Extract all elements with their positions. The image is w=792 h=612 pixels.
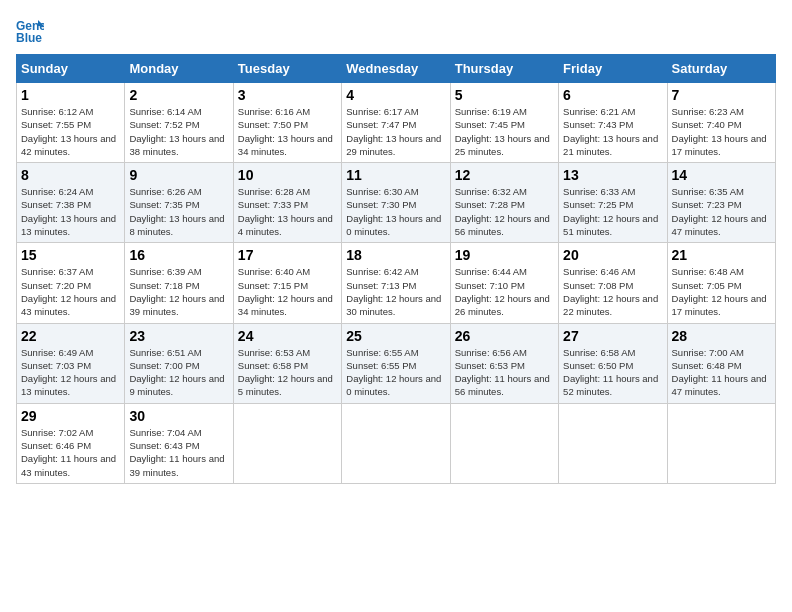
day-info: Sunrise: 7:00 AMSunset: 6:48 PMDaylight:… bbox=[672, 346, 771, 399]
day-number: 9 bbox=[129, 167, 228, 183]
table-row: 6 Sunrise: 6:21 AMSunset: 7:43 PMDayligh… bbox=[559, 83, 667, 163]
day-info: Sunrise: 7:02 AMSunset: 6:46 PMDaylight:… bbox=[21, 426, 120, 479]
day-number: 7 bbox=[672, 87, 771, 103]
table-row: 28 Sunrise: 7:00 AMSunset: 6:48 PMDaylig… bbox=[667, 323, 775, 403]
svg-text:Blue: Blue bbox=[16, 31, 42, 44]
day-number: 6 bbox=[563, 87, 662, 103]
col-header-sunday: Sunday bbox=[17, 55, 125, 83]
day-number: 19 bbox=[455, 247, 554, 263]
table-row: 24 Sunrise: 6:53 AMSunset: 6:58 PMDaylig… bbox=[233, 323, 341, 403]
table-row: 15 Sunrise: 6:37 AMSunset: 7:20 PMDaylig… bbox=[17, 243, 125, 323]
day-number: 28 bbox=[672, 328, 771, 344]
day-number: 8 bbox=[21, 167, 120, 183]
table-row bbox=[342, 403, 450, 483]
day-number: 2 bbox=[129, 87, 228, 103]
day-info: Sunrise: 6:35 AMSunset: 7:23 PMDaylight:… bbox=[672, 185, 771, 238]
day-info: Sunrise: 6:51 AMSunset: 7:00 PMDaylight:… bbox=[129, 346, 228, 399]
col-header-wednesday: Wednesday bbox=[342, 55, 450, 83]
table-row: 30 Sunrise: 7:04 AMSunset: 6:43 PMDaylig… bbox=[125, 403, 233, 483]
table-row: 13 Sunrise: 6:33 AMSunset: 7:25 PMDaylig… bbox=[559, 163, 667, 243]
table-row: 14 Sunrise: 6:35 AMSunset: 7:23 PMDaylig… bbox=[667, 163, 775, 243]
day-info: Sunrise: 6:17 AMSunset: 7:47 PMDaylight:… bbox=[346, 105, 445, 158]
table-row: 16 Sunrise: 6:39 AMSunset: 7:18 PMDaylig… bbox=[125, 243, 233, 323]
table-row: 18 Sunrise: 6:42 AMSunset: 7:13 PMDaylig… bbox=[342, 243, 450, 323]
day-info: Sunrise: 6:53 AMSunset: 6:58 PMDaylight:… bbox=[238, 346, 337, 399]
table-row: 20 Sunrise: 6:46 AMSunset: 7:08 PMDaylig… bbox=[559, 243, 667, 323]
logo: General Blue bbox=[16, 16, 48, 44]
day-number: 25 bbox=[346, 328, 445, 344]
table-row: 9 Sunrise: 6:26 AMSunset: 7:35 PMDayligh… bbox=[125, 163, 233, 243]
table-row: 1 Sunrise: 6:12 AMSunset: 7:55 PMDayligh… bbox=[17, 83, 125, 163]
day-number: 5 bbox=[455, 87, 554, 103]
day-number: 11 bbox=[346, 167, 445, 183]
col-header-saturday: Saturday bbox=[667, 55, 775, 83]
day-number: 14 bbox=[672, 167, 771, 183]
table-row: 23 Sunrise: 6:51 AMSunset: 7:00 PMDaylig… bbox=[125, 323, 233, 403]
table-row bbox=[559, 403, 667, 483]
table-row: 8 Sunrise: 6:24 AMSunset: 7:38 PMDayligh… bbox=[17, 163, 125, 243]
table-row: 3 Sunrise: 6:16 AMSunset: 7:50 PMDayligh… bbox=[233, 83, 341, 163]
day-info: Sunrise: 6:19 AMSunset: 7:45 PMDaylight:… bbox=[455, 105, 554, 158]
day-number: 20 bbox=[563, 247, 662, 263]
day-number: 17 bbox=[238, 247, 337, 263]
day-info: Sunrise: 6:32 AMSunset: 7:28 PMDaylight:… bbox=[455, 185, 554, 238]
table-row: 17 Sunrise: 6:40 AMSunset: 7:15 PMDaylig… bbox=[233, 243, 341, 323]
day-info: Sunrise: 6:26 AMSunset: 7:35 PMDaylight:… bbox=[129, 185, 228, 238]
day-info: Sunrise: 7:04 AMSunset: 6:43 PMDaylight:… bbox=[129, 426, 228, 479]
table-row: 2 Sunrise: 6:14 AMSunset: 7:52 PMDayligh… bbox=[125, 83, 233, 163]
day-number: 26 bbox=[455, 328, 554, 344]
day-info: Sunrise: 6:16 AMSunset: 7:50 PMDaylight:… bbox=[238, 105, 337, 158]
day-number: 18 bbox=[346, 247, 445, 263]
table-row: 11 Sunrise: 6:30 AMSunset: 7:30 PMDaylig… bbox=[342, 163, 450, 243]
day-number: 23 bbox=[129, 328, 228, 344]
table-row bbox=[667, 403, 775, 483]
day-number: 22 bbox=[21, 328, 120, 344]
table-row bbox=[450, 403, 558, 483]
table-row: 5 Sunrise: 6:19 AMSunset: 7:45 PMDayligh… bbox=[450, 83, 558, 163]
day-info: Sunrise: 6:42 AMSunset: 7:13 PMDaylight:… bbox=[346, 265, 445, 318]
table-row: 26 Sunrise: 6:56 AMSunset: 6:53 PMDaylig… bbox=[450, 323, 558, 403]
table-row: 4 Sunrise: 6:17 AMSunset: 7:47 PMDayligh… bbox=[342, 83, 450, 163]
col-header-tuesday: Tuesday bbox=[233, 55, 341, 83]
logo-icon: General Blue bbox=[16, 16, 44, 44]
col-header-thursday: Thursday bbox=[450, 55, 558, 83]
day-number: 30 bbox=[129, 408, 228, 424]
table-row: 21 Sunrise: 6:48 AMSunset: 7:05 PMDaylig… bbox=[667, 243, 775, 323]
col-header-monday: Monday bbox=[125, 55, 233, 83]
day-info: Sunrise: 6:48 AMSunset: 7:05 PMDaylight:… bbox=[672, 265, 771, 318]
table-row: 12 Sunrise: 6:32 AMSunset: 7:28 PMDaylig… bbox=[450, 163, 558, 243]
table-row: 19 Sunrise: 6:44 AMSunset: 7:10 PMDaylig… bbox=[450, 243, 558, 323]
day-info: Sunrise: 6:23 AMSunset: 7:40 PMDaylight:… bbox=[672, 105, 771, 158]
day-number: 1 bbox=[21, 87, 120, 103]
calendar-table: SundayMondayTuesdayWednesdayThursdayFrid… bbox=[16, 54, 776, 484]
day-number: 13 bbox=[563, 167, 662, 183]
day-number: 12 bbox=[455, 167, 554, 183]
table-row bbox=[233, 403, 341, 483]
day-info: Sunrise: 6:56 AMSunset: 6:53 PMDaylight:… bbox=[455, 346, 554, 399]
day-info: Sunrise: 6:30 AMSunset: 7:30 PMDaylight:… bbox=[346, 185, 445, 238]
day-info: Sunrise: 6:55 AMSunset: 6:55 PMDaylight:… bbox=[346, 346, 445, 399]
table-row: 27 Sunrise: 6:58 AMSunset: 6:50 PMDaylig… bbox=[559, 323, 667, 403]
day-info: Sunrise: 6:28 AMSunset: 7:33 PMDaylight:… bbox=[238, 185, 337, 238]
day-info: Sunrise: 6:49 AMSunset: 7:03 PMDaylight:… bbox=[21, 346, 120, 399]
table-row: 10 Sunrise: 6:28 AMSunset: 7:33 PMDaylig… bbox=[233, 163, 341, 243]
day-info: Sunrise: 6:44 AMSunset: 7:10 PMDaylight:… bbox=[455, 265, 554, 318]
day-number: 4 bbox=[346, 87, 445, 103]
day-info: Sunrise: 6:14 AMSunset: 7:52 PMDaylight:… bbox=[129, 105, 228, 158]
day-number: 27 bbox=[563, 328, 662, 344]
day-info: Sunrise: 6:40 AMSunset: 7:15 PMDaylight:… bbox=[238, 265, 337, 318]
day-info: Sunrise: 6:39 AMSunset: 7:18 PMDaylight:… bbox=[129, 265, 228, 318]
day-info: Sunrise: 6:21 AMSunset: 7:43 PMDaylight:… bbox=[563, 105, 662, 158]
table-row: 25 Sunrise: 6:55 AMSunset: 6:55 PMDaylig… bbox=[342, 323, 450, 403]
day-info: Sunrise: 6:24 AMSunset: 7:38 PMDaylight:… bbox=[21, 185, 120, 238]
day-number: 16 bbox=[129, 247, 228, 263]
day-info: Sunrise: 6:12 AMSunset: 7:55 PMDaylight:… bbox=[21, 105, 120, 158]
day-info: Sunrise: 6:33 AMSunset: 7:25 PMDaylight:… bbox=[563, 185, 662, 238]
day-info: Sunrise: 6:37 AMSunset: 7:20 PMDaylight:… bbox=[21, 265, 120, 318]
day-info: Sunrise: 6:58 AMSunset: 6:50 PMDaylight:… bbox=[563, 346, 662, 399]
table-row: 7 Sunrise: 6:23 AMSunset: 7:40 PMDayligh… bbox=[667, 83, 775, 163]
day-info: Sunrise: 6:46 AMSunset: 7:08 PMDaylight:… bbox=[563, 265, 662, 318]
day-number: 21 bbox=[672, 247, 771, 263]
day-number: 15 bbox=[21, 247, 120, 263]
day-number: 10 bbox=[238, 167, 337, 183]
